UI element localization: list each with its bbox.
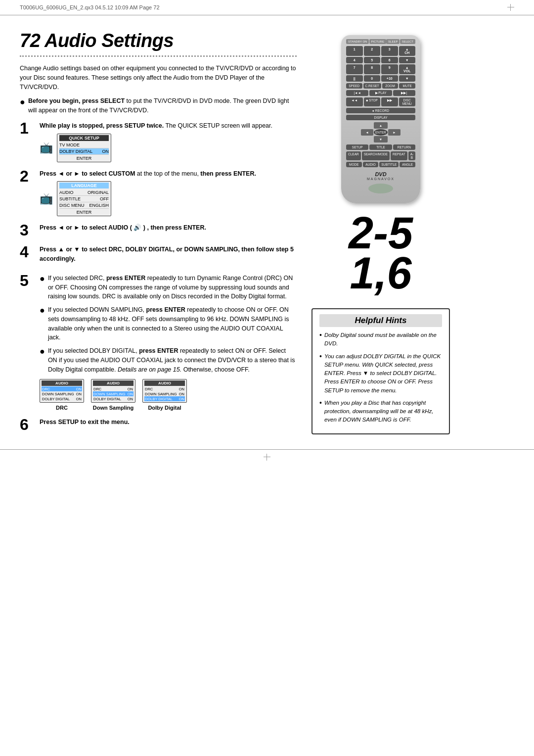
- remote-discmenu-btn[interactable]: DISC MENU: [399, 97, 416, 106]
- screen-drc-title: AUDIO: [42, 380, 82, 386]
- remote-record-row: ● RECORD: [346, 108, 415, 113]
- screen-drc-label: DRC: [56, 405, 68, 411]
- remote-btn-8[interactable]: 8: [364, 64, 381, 74]
- dpad-left-btn[interactable]: ◄: [361, 129, 373, 136]
- tv-icon: 📺: [40, 142, 53, 153]
- hints-list: • Dolby Digital sound must be available …: [319, 331, 442, 425]
- remote-btn-2[interactable]: 2: [364, 46, 381, 56]
- screen-dolby-title: AUDIO: [144, 380, 185, 386]
- remote-standby-btn[interactable]: STANDBY ON: [346, 39, 369, 44]
- remote-clear-row: CLEAR SEARCH/MODE REPEAT A-B: [346, 151, 415, 160]
- hint-1-text: Dolby Digital sound must be available on…: [324, 331, 442, 348]
- remote-prev-btn[interactable]: |◄◄: [346, 90, 368, 96]
- step-5-number: 5: [20, 273, 34, 288]
- remote-return-btn[interactable]: RETURN: [393, 144, 415, 150]
- step-4: 4 Press ▲ or ▼ to select DRC, DOLBY DIGI…: [20, 245, 297, 267]
- dpad-down-btn[interactable]: ▼: [374, 136, 388, 142]
- step-1-content: While play is stopped, press SETUP twice…: [40, 121, 297, 162]
- remote-btn-1[interactable]: 1: [346, 46, 363, 56]
- remote-btn-5[interactable]: 5: [364, 57, 381, 63]
- step-5-content: ● If you selected DRC, press ENTER repea…: [40, 274, 297, 411]
- remote-btn-4[interactable]: 4: [346, 57, 363, 63]
- remote-btn-ch-up[interactable]: ▲CH: [399, 46, 416, 56]
- remote-btn-vol-down[interactable]: ▼: [399, 75, 416, 82]
- step-1-number: 1: [20, 120, 34, 136]
- remote-repeat-btn[interactable]: REPEAT: [391, 151, 407, 160]
- step-4-content: Press ▲ or ▼ to select DRC, DOLBY DIGITA…: [40, 245, 297, 267]
- bullet-dot-icon: ●: [20, 97, 25, 115]
- hint-3-bullet: •: [319, 399, 322, 425]
- remote-mute-btn[interactable]: MUTE: [399, 83, 415, 89]
- remote-sleep-btn[interactable]: SLEEP: [386, 39, 400, 44]
- remote-next-btn[interactable]: ▶▶|: [393, 90, 415, 96]
- screen-dolby-item: AUDIO DRCON DOWN SAMPLINGON DOLBY DIGITA…: [142, 379, 187, 411]
- remote-ab-btn[interactable]: A-B: [408, 151, 416, 160]
- remote-btn-6[interactable]: 6: [381, 57, 398, 63]
- screens-row: AUDIO DRCON DOWN SAMPLINGON DOLBY DIGITA…: [40, 379, 297, 411]
- remote-angle-btn[interactable]: ANGLE: [400, 162, 415, 167]
- dpad-enter-btn[interactable]: ENTER: [374, 129, 388, 136]
- bullet-ds-dot: ●: [40, 306, 45, 315]
- hint-2-text: You can adjust DOLBY DIGITAL in the QUIC…: [324, 352, 442, 395]
- step-3-content: Press ◄ or ► to select AUDIO ( 🔊 ) , the…: [40, 223, 297, 236]
- remote-btn-pause[interactable]: ||: [346, 75, 363, 82]
- remote-btn-3[interactable]: 3: [381, 46, 398, 56]
- dpad-up-btn[interactable]: ▲: [374, 122, 388, 129]
- remote-btn-0[interactable]: 0: [364, 75, 381, 82]
- step-2-number: 2: [20, 168, 34, 184]
- step-1: 1 While play is stopped, press SETUP twi…: [20, 121, 297, 162]
- step-5-bullet-downsampling: ● If you selected DOWN SAMPLING, press E…: [40, 305, 297, 342]
- screen-dolby-row2: DOWN SAMPLINGON: [144, 391, 185, 396]
- screen-row-subtitle: SUBTITLEOFF: [59, 196, 109, 202]
- remote-stop-btn[interactable]: ■ STOP: [364, 97, 381, 106]
- step-2-content: Press ◄ or ► to select CUSTOM at the top…: [40, 169, 297, 217]
- remote-btn-9[interactable]: 9: [381, 64, 398, 74]
- remote-btn-vol-up[interactable]: ▲VOL: [399, 64, 416, 74]
- page-title: 72 Audio Settings: [20, 30, 297, 51]
- remote-number-grid: 1 2 3 ▲CH 4 5 6 ▼ 7 8 9 ▲VOL || 0 +10 ▼: [346, 46, 415, 82]
- remote-btn-plus10[interactable]: +10: [381, 75, 398, 82]
- remote-zoom-btn[interactable]: ZOOM: [382, 83, 399, 89]
- remote-rew-btn[interactable]: ◄◄: [346, 97, 363, 106]
- remote-setup-row: SETUP TITLE RETURN: [346, 144, 415, 150]
- remote-mode-btn[interactable]: MODE: [346, 162, 362, 167]
- remote-picture-btn[interactable]: PICTURE: [369, 39, 386, 44]
- remote-creset-btn[interactable]: C.RESET: [363, 83, 381, 89]
- screen-enter-label: ENTER: [59, 155, 109, 161]
- screen-ds-row1: DRCON: [93, 386, 134, 391]
- remote-speed-btn[interactable]: SPEED: [346, 83, 362, 89]
- step-5-bullet-dolby: ● If you selected DOLBY DIGITAL, press E…: [40, 346, 297, 374]
- screen-ds: AUDIO DRCON DOWN SAMPLINGON DOLBY DIGITA…: [91, 379, 135, 403]
- step-5-dolby-text: If you selected DOLBY DIGITAL, press ENT…: [48, 346, 297, 374]
- remote-play-btn[interactable]: ▶ PLAY: [369, 90, 392, 96]
- step-5-bullets: ● If you selected DRC, press ENTER repea…: [40, 274, 297, 375]
- screen-row-audio: AUDIOORIGINAL: [59, 189, 109, 196]
- screen-dolby-row3: DOLBY DIGITALON: [144, 396, 185, 401]
- step-3-number: 3: [20, 222, 34, 238]
- screen-ds-row3: DOLBY DIGITALON: [93, 396, 134, 401]
- remote-clear-btn[interactable]: CLEAR: [346, 151, 361, 160]
- remote-setup-btn[interactable]: SETUP: [346, 144, 368, 150]
- bullet-drc-dot: ●: [40, 274, 45, 283]
- right-column: STANDBY ON PICTURE SLEEP SELECT 1 2 3 ▲C…: [307, 30, 455, 439]
- remote-searchmode-btn[interactable]: SEARCH/MODE: [362, 151, 390, 160]
- remote-ff-btn[interactable]: ▶▶: [381, 97, 398, 106]
- step-6-number: 6: [20, 417, 34, 432]
- remote-audio-btn[interactable]: AUDIO: [363, 162, 379, 167]
- remote-record-btn[interactable]: ● RECORD: [346, 108, 415, 113]
- page-bottom: [0, 449, 534, 465]
- remote-select-btn[interactable]: SELECT: [400, 39, 415, 44]
- screen-dolby: AUDIO DRCON DOWN SAMPLINGON DOLBY DIGITA…: [142, 379, 187, 403]
- step-5-bullet-drc: ● If you selected DRC, press ENTER repea…: [40, 274, 297, 301]
- main-content: 72 Audio Settings Change Audio settings …: [0, 15, 534, 449]
- remote-subtitle-btn[interactable]: SUBTITLE: [379, 162, 399, 167]
- screen-row-tvmode: TV MODE: [59, 142, 109, 148]
- screen-row-discmenu: DISC MENUENGLISH: [59, 202, 109, 209]
- remote-btn-7[interactable]: 7: [346, 64, 363, 74]
- remote-display-btn[interactable]: DISPLAY: [346, 115, 415, 120]
- step-6: 6 Press SETUP to exit the menu.: [20, 418, 297, 432]
- remote-btn-ch-down[interactable]: ▼: [399, 57, 416, 63]
- remote-title-btn[interactable]: TITLE: [369, 144, 392, 150]
- page-header: T0006UG_6006UG_EN_2.qx3 04.5.12 10:09 AM…: [0, 0, 534, 15]
- dpad-right-btn[interactable]: ►: [388, 129, 400, 136]
